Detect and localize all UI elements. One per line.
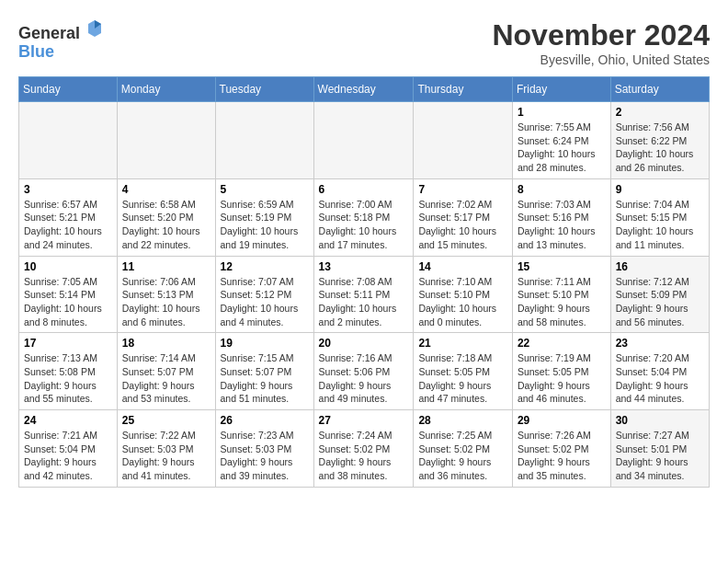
weekday-header-saturday: Saturday <box>610 77 709 102</box>
logo: General Blue <box>18 18 105 62</box>
day-info: Sunrise: 7:03 AM Sunset: 5:16 PM Dayligh… <box>518 198 606 252</box>
day-number: 5 <box>221 183 309 196</box>
weekday-header-tuesday: Tuesday <box>215 77 313 102</box>
day-info: Sunrise: 6:57 AM Sunset: 5:21 PM Dayligh… <box>24 198 112 252</box>
month-title: November 2024 <box>492 18 710 52</box>
calendar-table: SundayMondayTuesdayWednesdayThursdayFrid… <box>18 76 710 488</box>
day-info: Sunrise: 7:22 AM Sunset: 5:03 PM Dayligh… <box>122 429 210 483</box>
day-number: 29 <box>518 414 606 427</box>
day-info: Sunrise: 7:16 AM Sunset: 5:06 PM Dayligh… <box>319 351 409 406</box>
day-info: Sunrise: 7:27 AM Sunset: 5:01 PM Dayligh… <box>616 429 704 483</box>
day-number: 24 <box>24 414 112 427</box>
day-info: Sunrise: 7:14 AM Sunset: 5:07 PM Dayligh… <box>122 351 210 406</box>
day-info: Sunrise: 7:02 AM Sunset: 5:17 PM Dayligh… <box>418 198 507 252</box>
calendar-day: 29Sunrise: 7:26 AM Sunset: 5:02 PM Dayli… <box>512 410 610 488</box>
calendar-day: 12Sunrise: 7:07 AM Sunset: 5:12 PM Dayli… <box>215 256 313 333</box>
calendar-day: 20Sunrise: 7:16 AM Sunset: 5:06 PM Dayli… <box>313 333 414 410</box>
calendar-week-4: 17Sunrise: 7:13 AM Sunset: 5:08 PM Dayli… <box>19 333 710 410</box>
logo-icon <box>86 18 103 39</box>
calendar-day: 24Sunrise: 7:21 AM Sunset: 5:04 PM Dayli… <box>19 410 118 488</box>
day-number: 17 <box>24 337 112 350</box>
day-info: Sunrise: 7:04 AM Sunset: 5:15 PM Dayligh… <box>616 198 704 252</box>
calendar-day: 19Sunrise: 7:15 AM Sunset: 5:07 PM Dayli… <box>215 333 313 410</box>
page-header: General Blue November 2024 Byesville, Oh… <box>18 18 710 67</box>
calendar-day: 28Sunrise: 7:25 AM Sunset: 5:02 PM Dayli… <box>414 410 513 488</box>
calendar-day: 16Sunrise: 7:12 AM Sunset: 5:09 PM Dayli… <box>610 256 709 333</box>
day-info: Sunrise: 7:10 AM Sunset: 5:10 PM Dayligh… <box>418 275 507 329</box>
day-number: 21 <box>418 337 507 350</box>
day-number: 13 <box>319 260 409 273</box>
day-number: 25 <box>122 414 210 427</box>
calendar-day <box>215 102 313 179</box>
day-info: Sunrise: 7:15 AM Sunset: 5:07 PM Dayligh… <box>221 351 309 406</box>
weekday-header-friday: Friday <box>512 77 610 102</box>
day-number: 27 <box>319 414 409 427</box>
day-number: 14 <box>418 260 507 273</box>
day-info: Sunrise: 7:11 AM Sunset: 5:10 PM Dayligh… <box>518 275 606 329</box>
calendar-day: 17Sunrise: 7:13 AM Sunset: 5:08 PM Dayli… <box>19 333 118 410</box>
day-info: Sunrise: 7:13 AM Sunset: 5:08 PM Dayligh… <box>24 351 112 406</box>
day-info: Sunrise: 7:07 AM Sunset: 5:12 PM Dayligh… <box>221 275 309 329</box>
calendar-day: 30Sunrise: 7:27 AM Sunset: 5:01 PM Dayli… <box>610 410 709 488</box>
calendar-week-1: 1Sunrise: 7:55 AM Sunset: 6:24 PM Daylig… <box>19 102 710 179</box>
day-number: 7 <box>418 183 507 196</box>
day-info: Sunrise: 7:26 AM Sunset: 5:02 PM Dayligh… <box>518 429 606 483</box>
calendar-day <box>414 102 513 179</box>
day-number: 9 <box>616 183 704 196</box>
calendar-day: 8Sunrise: 7:03 AM Sunset: 5:16 PM Daylig… <box>512 178 610 256</box>
calendar-day <box>19 102 118 179</box>
day-number: 6 <box>319 183 409 196</box>
calendar-day: 2Sunrise: 7:56 AM Sunset: 6:22 PM Daylig… <box>610 102 709 179</box>
day-info: Sunrise: 7:06 AM Sunset: 5:13 PM Dayligh… <box>122 275 210 329</box>
day-info: Sunrise: 7:05 AM Sunset: 5:14 PM Dayligh… <box>24 275 112 329</box>
title-block: November 2024 Byesville, Ohio, United St… <box>492 18 710 67</box>
day-number: 12 <box>221 260 309 273</box>
day-info: Sunrise: 7:00 AM Sunset: 5:18 PM Dayligh… <box>319 198 409 252</box>
calendar-day: 3Sunrise: 6:57 AM Sunset: 5:21 PM Daylig… <box>19 178 118 256</box>
day-number: 10 <box>24 260 112 273</box>
day-info: Sunrise: 7:20 AM Sunset: 5:04 PM Dayligh… <box>616 351 704 406</box>
day-info: Sunrise: 7:24 AM Sunset: 5:02 PM Dayligh… <box>319 429 409 483</box>
day-number: 15 <box>518 260 606 273</box>
weekday-header-monday: Monday <box>117 77 215 102</box>
day-info: Sunrise: 7:23 AM Sunset: 5:03 PM Dayligh… <box>221 429 309 483</box>
calendar-day: 27Sunrise: 7:24 AM Sunset: 5:02 PM Dayli… <box>313 410 414 488</box>
day-info: Sunrise: 7:21 AM Sunset: 5:04 PM Dayligh… <box>24 429 112 483</box>
day-number: 20 <box>319 337 409 350</box>
day-number: 19 <box>221 337 309 350</box>
weekday-header-thursday: Thursday <box>414 77 513 102</box>
calendar-day: 26Sunrise: 7:23 AM Sunset: 5:03 PM Dayli… <box>215 410 313 488</box>
calendar-day <box>117 102 215 179</box>
weekday-header-row: SundayMondayTuesdayWednesdayThursdayFrid… <box>19 77 710 102</box>
calendar-day: 9Sunrise: 7:04 AM Sunset: 5:15 PM Daylig… <box>610 178 709 256</box>
calendar-day: 7Sunrise: 7:02 AM Sunset: 5:17 PM Daylig… <box>414 178 513 256</box>
calendar-day <box>313 102 414 179</box>
calendar-day: 21Sunrise: 7:18 AM Sunset: 5:05 PM Dayli… <box>414 333 513 410</box>
day-info: Sunrise: 7:25 AM Sunset: 5:02 PM Dayligh… <box>418 429 507 483</box>
calendar-day: 1Sunrise: 7:55 AM Sunset: 6:24 PM Daylig… <box>512 102 610 179</box>
calendar-day: 13Sunrise: 7:08 AM Sunset: 5:11 PM Dayli… <box>313 256 414 333</box>
logo-general: General <box>18 24 80 42</box>
day-info: Sunrise: 7:56 AM Sunset: 6:22 PM Dayligh… <box>616 121 704 175</box>
day-info: Sunrise: 7:08 AM Sunset: 5:11 PM Dayligh… <box>319 275 409 329</box>
day-number: 2 <box>616 106 704 119</box>
calendar-day: 11Sunrise: 7:06 AM Sunset: 5:13 PM Dayli… <box>117 256 215 333</box>
day-number: 11 <box>122 260 210 273</box>
day-number: 4 <box>122 183 210 196</box>
day-number: 3 <box>24 183 112 196</box>
calendar-day: 4Sunrise: 6:58 AM Sunset: 5:20 PM Daylig… <box>117 178 215 256</box>
day-number: 22 <box>518 337 606 350</box>
logo-blue: Blue <box>18 42 54 61</box>
day-number: 8 <box>518 183 606 196</box>
calendar-day: 15Sunrise: 7:11 AM Sunset: 5:10 PM Dayli… <box>512 256 610 333</box>
day-info: Sunrise: 7:19 AM Sunset: 5:05 PM Dayligh… <box>518 351 606 406</box>
day-number: 18 <box>122 337 210 350</box>
calendar-day: 25Sunrise: 7:22 AM Sunset: 5:03 PM Dayli… <box>117 410 215 488</box>
day-info: Sunrise: 6:59 AM Sunset: 5:19 PM Dayligh… <box>221 198 309 252</box>
day-info: Sunrise: 7:12 AM Sunset: 5:09 PM Dayligh… <box>616 275 704 329</box>
day-number: 23 <box>616 337 704 350</box>
weekday-header-sunday: Sunday <box>19 77 118 102</box>
calendar-week-2: 3Sunrise: 6:57 AM Sunset: 5:21 PM Daylig… <box>19 178 710 256</box>
location: Byesville, Ohio, United States <box>492 52 710 67</box>
day-info: Sunrise: 6:58 AM Sunset: 5:20 PM Dayligh… <box>122 198 210 252</box>
